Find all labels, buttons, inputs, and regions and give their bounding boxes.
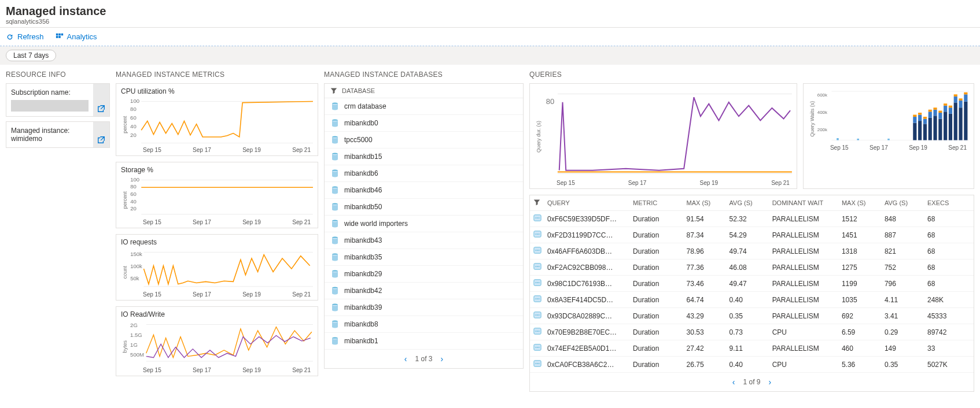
- svg-rect-86: [959, 101, 962, 107]
- database-row[interactable]: mibankdb1: [325, 333, 523, 350]
- query-wavg: 796: [885, 280, 927, 288]
- database-name: tpcc5000: [344, 136, 373, 144]
- query-icon: [533, 327, 541, 335]
- query-row[interactable]: 0xF6C59E339D5DF…Duration91.5452.32PARALL…: [530, 211, 974, 227]
- analytics-button[interactable]: Analytics: [56, 32, 97, 41]
- filter-icon[interactable]: [330, 87, 337, 94]
- query-wavg: 149: [885, 344, 927, 353]
- svg-rect-61: [918, 121, 922, 140]
- query-wavg: 752: [885, 264, 927, 272]
- database-row[interactable]: mibankdb8: [325, 316, 523, 333]
- col-wmax[interactable]: MAX (S): [842, 199, 885, 206]
- query-metric: Duration: [633, 231, 687, 239]
- query-metric: Duration: [633, 247, 687, 255]
- svg-text:100k: 100k: [130, 263, 142, 269]
- svg-rect-85: [959, 107, 962, 140]
- query-wait: PARALLELISM: [772, 247, 842, 255]
- svg-text:100: 100: [130, 176, 139, 182]
- svg-rect-78: [944, 103, 947, 106]
- query-waits-chart[interactable]: Query Waits (s) 600k400k200k: [803, 83, 974, 189]
- metrics-title: MANAGED INSTANCE METRICS: [116, 71, 318, 79]
- col-metric[interactable]: METRIC: [633, 199, 687, 206]
- database-row[interactable]: mibankdb46: [325, 182, 523, 199]
- svg-rect-66: [923, 117, 927, 119]
- database-row[interactable]: mibankdb42: [325, 283, 523, 299]
- io-chart[interactable]: IO requests count 150k100k50k Sep 15Sep …: [116, 234, 318, 301]
- database-column-header[interactable]: DATABASE: [342, 87, 375, 94]
- database-row[interactable]: mibankdb29: [325, 266, 523, 283]
- query-hash: 0xF2D31199D7CC…: [547, 231, 633, 239]
- storage-chart-title: Storage %: [121, 166, 313, 174]
- query-metric: Duration: [633, 296, 687, 304]
- query-wavg: 3.41: [885, 312, 927, 320]
- query-wait: PARALLELISM: [772, 280, 842, 288]
- time-range-pill[interactable]: Last 7 days: [6, 50, 56, 61]
- cpu-chart[interactable]: CPU utilization % percent 10080604020 Se…: [116, 83, 318, 156]
- query-execs: 68: [927, 215, 970, 223]
- database-name: crm database: [344, 102, 386, 110]
- popout-icon: [97, 136, 105, 144]
- col-avg[interactable]: AVG (S): [730, 199, 772, 206]
- database-row[interactable]: mibankdb39: [325, 299, 523, 316]
- database-row[interactable]: mibankdb0: [325, 115, 523, 132]
- query-avg: 0.35: [730, 312, 772, 320]
- query-row[interactable]: 0xF2AC92CBB098…Duration77.3646.08PARALLE…: [530, 259, 974, 276]
- col-execs[interactable]: EXECS: [927, 199, 970, 206]
- query-max: 87.34: [687, 231, 730, 239]
- query-wait: PARALLELISM: [772, 215, 842, 223]
- storage-chart[interactable]: Storage % percent 10080604020 Sep 15Sep …: [116, 162, 318, 228]
- svg-text:2G: 2G: [130, 322, 138, 328]
- query-row[interactable]: 0x8A3EF414DC5D…Duration64.740.40PARALLEL…: [530, 292, 974, 308]
- query-row[interactable]: 0x93DC8A02889C…Duration43.290.35PARALLEL…: [530, 308, 974, 324]
- svg-rect-62: [918, 115, 922, 121]
- query-next[interactable]: ›: [769, 377, 772, 387]
- svg-rect-4: [58, 36, 61, 38]
- filter-icon[interactable]: [533, 199, 540, 206]
- database-row[interactable]: mibankdb35: [325, 249, 523, 266]
- query-row[interactable]: 0x70E9B2B8E70EC…Duration30.530.73CPU6.59…: [530, 324, 974, 340]
- col-max[interactable]: MAX (S): [687, 199, 730, 206]
- query-row[interactable]: 0x98C1DC76193B…Duration73.4649.47PARALLE…: [530, 276, 974, 292]
- query-wmax: 1275: [842, 264, 885, 272]
- refresh-button[interactable]: Refresh: [6, 32, 44, 41]
- database-row[interactable]: tpcc5000: [325, 132, 523, 149]
- svg-point-96: [536, 233, 537, 235]
- query-avg: 0.73: [730, 328, 772, 336]
- query-execs: 68: [927, 231, 970, 239]
- col-wait[interactable]: DOMINANT WAIT: [772, 199, 842, 206]
- cpu-ylabel: percent: [121, 97, 129, 153]
- col-wavg[interactable]: AVG (S): [885, 199, 927, 206]
- database-name: mibankdb46: [344, 186, 382, 194]
- svg-point-112: [536, 298, 537, 299]
- query-row[interactable]: 0xCA0FCB38A6C2…Duration26.750.40CPU5.360…: [530, 357, 974, 373]
- subscription-popout[interactable]: [93, 84, 109, 116]
- iorw-chart[interactable]: IO Read/Write bytes 2G1.5G1G500M Sep 15S…: [116, 306, 318, 376]
- query-icon: [533, 262, 541, 270]
- database-row[interactable]: mibankdb50: [325, 199, 523, 216]
- svg-rect-81: [949, 106, 952, 108]
- svg-point-129: [537, 363, 538, 364]
- database-row[interactable]: wide world importers: [325, 216, 523, 232]
- database-row[interactable]: mibankdb6: [325, 165, 523, 182]
- db-prev[interactable]: ‹: [404, 354, 407, 364]
- popout-icon: [97, 105, 105, 113]
- databases-title: MANAGED INSTANCE DATABASES: [324, 71, 524, 79]
- query-duration-chart[interactable]: Query dur. (s) 80 Sep 15Sep 17Sep 19Sep …: [529, 83, 797, 189]
- query-row[interactable]: 0x74EF42EB5A0D1…Duration27.429.11PARALLE…: [530, 340, 974, 357]
- query-row[interactable]: 0xF2D31199D7CC…Duration87.3454.29PARALLE…: [530, 227, 974, 243]
- query-execs: 89742: [927, 328, 970, 336]
- query-metric: Duration: [633, 312, 687, 320]
- query-wmax: 692: [842, 312, 885, 320]
- svg-rect-2: [61, 33, 63, 35]
- query-prev[interactable]: ‹: [732, 377, 735, 387]
- query-dur-sparkline: 80: [543, 87, 792, 179]
- database-row[interactable]: mibankdb43: [325, 232, 523, 249]
- db-next[interactable]: ›: [441, 354, 444, 364]
- svg-point-126: [539, 347, 540, 348]
- managed-instance-popout[interactable]: [93, 122, 109, 147]
- col-query[interactable]: QUERY: [547, 199, 633, 206]
- database-row[interactable]: crm database: [325, 98, 523, 115]
- query-row[interactable]: 0x46AFF6A603DB…Duration78.9649.74PARALLE…: [530, 243, 974, 259]
- database-row[interactable]: mibankdb15: [325, 149, 523, 165]
- svg-rect-90: [964, 92, 967, 95]
